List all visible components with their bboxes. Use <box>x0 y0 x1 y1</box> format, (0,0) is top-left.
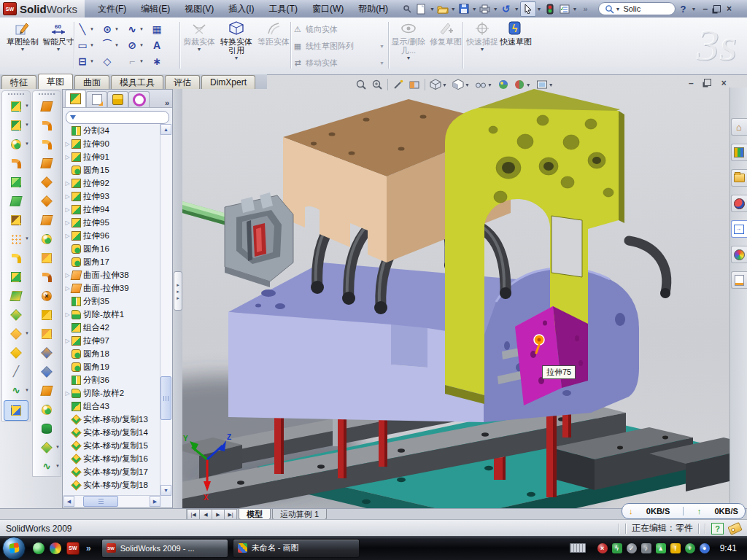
tree-item-实体-移动/复制18[interactable]: 实体-移动/复制18 <box>63 478 160 491</box>
tree-item-曲面-拉伸39[interactable]: ▷曲面-拉伸39 <box>63 281 160 295</box>
new-file-icon[interactable] <box>414 2 429 16</box>
pin-toolbar-icon[interactable] <box>400 2 414 16</box>
scroll-left-button[interactable]: ◀ <box>63 496 74 507</box>
linear-pattern-caret[interactable]: ▼ <box>25 236 29 241</box>
tree-horizontal-scrollbar[interactable]: ◀ ▶ <box>63 495 160 507</box>
tool-instant3d[interactable] <box>4 400 28 421</box>
tool-knit-surface[interactable] <box>33 249 61 268</box>
view-settings-caret[interactable]: ▼ <box>526 82 531 88</box>
tool-hole-wizard[interactable] <box>2 211 30 230</box>
menu-6[interactable]: 帮助(H) <box>351 1 395 18</box>
tool-revolved-surface[interactable] <box>33 116 61 135</box>
tool-offset-surface[interactable] <box>33 192 61 211</box>
sketch-button[interactable]: 草图绘制 ▼ <box>6 20 39 71</box>
sketch-tool-select-entities[interactable]: ▦ <box>150 21 175 37</box>
tray-antivirus-icon[interactable]: ϟ <box>612 543 622 553</box>
tool-extruded-cut[interactable]: ▼ <box>2 116 30 135</box>
browser-quicklaunch-icon[interactable] <box>50 542 61 554</box>
tray-warning-icon[interactable]: ! <box>670 543 681 553</box>
close-button[interactable]: × <box>727 4 732 13</box>
tool-swept-boss[interactable] <box>2 154 30 173</box>
undo-caret[interactable]: ▼ <box>514 7 519 12</box>
tree-item-圆角18[interactable]: 圆角18 <box>63 347 160 360</box>
delete-body-caret[interactable]: ▼ <box>25 331 29 335</box>
tab-dimxpertmanager[interactable] <box>128 91 150 107</box>
tool-shut-off-surface[interactable] <box>33 400 61 419</box>
expand-arrow-icon[interactable]: ▷ <box>63 338 71 344</box>
tree-item-拉伸91[interactable]: ▷拉伸91 <box>63 150 160 163</box>
select-tool-caret[interactable]: ▼ <box>537 7 542 12</box>
splitter-handle[interactable]: ▸▸▸ <box>174 271 182 311</box>
tree-item-拉伸96[interactable]: ▷拉伸96 <box>63 229 160 242</box>
model-clamp-gray[interactable] <box>225 192 293 287</box>
section-view-button[interactable] <box>406 79 422 90</box>
help-caret[interactable]: ▼ <box>691 7 696 12</box>
search-scope-caret[interactable]: ▼ <box>615 7 620 12</box>
tool-draft[interactable] <box>2 192 30 211</box>
menu-4[interactable]: 工具(T) <box>262 1 305 18</box>
tool-split[interactable] <box>2 287 30 306</box>
quicklaunch-overflow-icon[interactable]: » <box>86 543 91 553</box>
smart-dimension-button[interactable]: 60 智能尺寸 ▼ <box>42 20 75 71</box>
hide-show-items-button[interactable]: ▼ <box>473 79 495 90</box>
sketch-tool-text[interactable]: A <box>150 37 175 53</box>
tree-item-组合42[interactable]: 组合42 <box>63 321 160 334</box>
tool-tooling-split[interactable]: ▼ <box>33 438 61 457</box>
expand-arrow-icon[interactable]: ▷ <box>63 141 71 147</box>
zoom-to-fit-button[interactable] <box>353 79 369 90</box>
tree-item-实体-移动/复制15[interactable]: 实体-移动/复制15 <box>63 439 160 452</box>
tool-delete-body[interactable]: ▼ <box>2 324 30 343</box>
vertical-scroll-thumb[interactable] <box>160 376 171 420</box>
select-tool-icon[interactable] <box>520 1 536 17</box>
sketch-tool-circle[interactable]: ⊙▼ <box>101 21 125 37</box>
taskpane-tab-custom-properties[interactable] <box>731 271 747 289</box>
tree-item-实体-移动/复制14[interactable]: 实体-移动/复制14 <box>63 426 160 439</box>
prev-tab-button[interactable]: ◀ <box>200 509 212 520</box>
doc-tab-模型[interactable]: 模型 <box>239 509 271 520</box>
tree-item-圆角17[interactable]: 圆角17 <box>63 255 160 268</box>
tool-planar-surface[interactable] <box>33 211 61 230</box>
ribbon-tab-特征[interactable]: 特征 <box>1 75 36 89</box>
sketch-tool-ellipse[interactable]: ⊘▼ <box>125 37 150 53</box>
tree-item-分割36[interactable]: 分割36 <box>63 373 160 386</box>
tree-item-圆角19[interactable]: 圆角19 <box>63 360 160 373</box>
spline-caret[interactable]: ▼ <box>139 27 144 31</box>
convert-entities-button[interactable]: 转换实体引用 ▼ <box>217 20 255 71</box>
tool-replace-face[interactable] <box>33 306 61 324</box>
tool-reference-axis[interactable]: ╱ <box>2 362 30 381</box>
tool-move-copy-body[interactable] <box>2 306 30 324</box>
taskpane-tab-solidworks-resources[interactable]: ⌂ <box>731 118 747 136</box>
menu-1[interactable]: 编辑(E) <box>133 1 177 18</box>
ellipse-caret[interactable]: ▼ <box>139 43 144 47</box>
scroll-right-button[interactable]: ▶ <box>150 496 160 507</box>
tag-icon[interactable] <box>727 522 742 535</box>
tree-filter-input[interactable] <box>66 111 169 124</box>
tree-item-实体-移动/复制17[interactable]: 实体-移动/复制17 <box>63 465 160 478</box>
tree-item-分割35[interactable]: 分割35 <box>63 295 160 308</box>
doc-minimize-button[interactable]: – <box>689 79 694 88</box>
tool-fillet-surface[interactable] <box>33 230 61 249</box>
tool-extruded-surface[interactable] <box>33 97 61 116</box>
line-caret[interactable]: ▼ <box>90 27 94 31</box>
sketch-tool-corner-rectangle[interactable]: ▭▼ <box>76 37 101 53</box>
taskpane-tab-view-palette[interactable] <box>731 220 747 238</box>
messenger-quicklaunch-icon[interactable] <box>33 542 44 554</box>
taskbar-button-未命名 - 画图[interactable]: 未命名 - 画图 <box>233 539 360 558</box>
tree-item-圆角15[interactable]: 圆角15 <box>63 163 160 176</box>
smart-dimension-caret[interactable]: ▼ <box>56 47 61 52</box>
tray-sync-icon[interactable]: ● <box>700 543 710 553</box>
tree-item-组合43[interactable]: 组合43 <box>63 400 160 413</box>
options-caret[interactable]: ▼ <box>573 7 578 12</box>
tree-item-拉伸97[interactable]: ▷拉伸97 <box>63 334 160 347</box>
sketch-tool-point[interactable]: ∗ <box>150 53 175 69</box>
panel-splitter[interactable]: ▸▸▸ <box>173 89 182 508</box>
tool-curve[interactable]: ∿▼ <box>2 381 30 400</box>
toolbar-drag-handle[interactable] <box>38 92 55 97</box>
tray-volume-icon[interactable]: ♪ <box>641 543 651 553</box>
tool-freeform-curve[interactable]: ∿▼ <box>33 457 61 476</box>
last-tab-button[interactable]: ▶| <box>225 509 237 520</box>
expand-arrow-icon[interactable]: ▷ <box>63 219 71 226</box>
tree-item-拉伸93[interactable]: ▷拉伸93 <box>63 190 160 203</box>
corner-rectangle-caret[interactable]: ▼ <box>90 43 94 47</box>
tree-item-曲面-拉伸38[interactable]: ▷曲面-拉伸38 <box>63 268 160 281</box>
